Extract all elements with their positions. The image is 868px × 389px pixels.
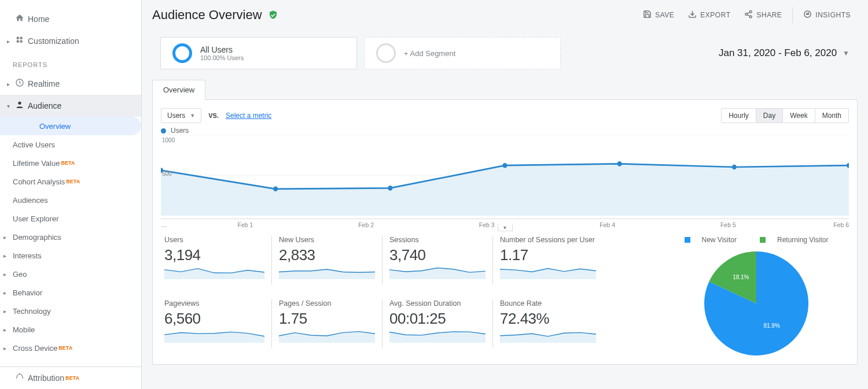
- metric-label: Pages / Session: [279, 299, 375, 308]
- chevron-right-icon: ▸: [5, 81, 12, 87]
- vs-label: VS.: [208, 112, 219, 119]
- y-tick: 500: [162, 171, 172, 177]
- svg-point-16: [273, 186, 278, 191]
- sidebar-label: Home: [28, 14, 49, 24]
- metric-tile-sessions[interactable]: Sessions3,740: [382, 236, 489, 284]
- pie-slice-label: 81.9%: [763, 323, 779, 329]
- chevron-right-icon: ▸: [3, 345, 6, 351]
- sidebar-subitem-overview[interactable]: Overview: [0, 117, 141, 135]
- metric-dropdown[interactable]: Users ▼: [161, 108, 201, 123]
- svg-point-17: [388, 186, 392, 191]
- chevron-down-icon: ▾: [5, 103, 12, 109]
- pie-legend-new: New Visitor: [679, 236, 742, 244]
- insights-action[interactable]: INSIGHTS: [796, 10, 858, 20]
- action-label: SAVE: [655, 11, 674, 19]
- metric-tile-number-of-sessions-per-user[interactable]: Number of Sessions per User1.17: [492, 236, 599, 284]
- sidebar-subitem-label: Lifetime Value: [13, 159, 60, 168]
- metric-tile-pages-session[interactable]: Pages / Session1.75: [271, 299, 378, 348]
- svg-rect-0: [17, 37, 19, 39]
- sidebar-item-attribution[interactable]: Attribution BETA: [0, 367, 141, 389]
- chevron-right-icon: ▸: [3, 327, 6, 333]
- sidebar-subitem-behavior[interactable]: ▸Behavior: [0, 283, 141, 302]
- sidebar-item-realtime[interactable]: ▸ Realtime: [0, 73, 141, 95]
- tab-overview[interactable]: Overview: [152, 80, 205, 100]
- segment-title: All Users: [200, 45, 244, 54]
- x-tick: Feb 5: [668, 219, 789, 229]
- metric-tile-avg-session-duration[interactable]: Avg. Session Duration00:01:25: [382, 299, 489, 348]
- sidebar-subitem-audiences[interactable]: Audiences: [0, 191, 141, 209]
- sidebar: Home ▸ Customization REPORTS ▸ Realtime …: [0, 0, 142, 389]
- chevron-right-icon: ▸: [3, 234, 6, 240]
- square-icon: [685, 237, 690, 243]
- metric-tile-pageviews[interactable]: Pageviews6,560: [161, 299, 268, 348]
- sidebar-item-customization[interactable]: ▸ Customization: [0, 30, 141, 52]
- sidebar-subitem-demographics[interactable]: ▸Demographics: [0, 228, 141, 246]
- save-icon: [643, 10, 652, 20]
- sidebar-subitem-active-users[interactable]: Active Users: [0, 135, 141, 154]
- svg-point-9: [750, 16, 752, 18]
- customize-icon: [12, 36, 28, 46]
- sidebar-subitem-interests[interactable]: ▸Interests: [0, 246, 141, 265]
- share-action[interactable]: SHARE: [737, 10, 789, 20]
- sidebar-subitem-cohort-analysis[interactable]: Cohort AnalysisBETA: [0, 172, 141, 191]
- save-action[interactable]: SAVE: [636, 10, 681, 20]
- sidebar-subitem-label: Cross Device: [13, 344, 57, 353]
- beta-badge: BETA: [58, 345, 72, 351]
- sidebar-subitem-mobile[interactable]: ▸Mobile: [0, 320, 141, 339]
- pie-legend-label: New Visitor: [702, 236, 737, 244]
- export-action[interactable]: EXPORT: [681, 10, 737, 20]
- x-tick: Feb 6: [789, 219, 849, 229]
- clock-icon: [12, 78, 28, 90]
- svg-line-11: [748, 14, 750, 16]
- date-range-picker[interactable]: Jan 31, 2020 - Feb 6, 2020 ▼: [719, 47, 849, 59]
- granularity-toggle: HourlyDayWeekMonth: [721, 108, 849, 123]
- granularity-day[interactable]: Day: [756, 109, 782, 123]
- metric-tile-new-users[interactable]: New Users2,833: [271, 236, 378, 284]
- metric-tile-users[interactable]: Users3,194: [161, 236, 268, 284]
- svg-point-20: [732, 165, 737, 170]
- sidebar-subitem-label: Interests: [13, 251, 42, 260]
- sidebar-subitem-lifetime-value[interactable]: Lifetime ValueBETA: [0, 154, 141, 172]
- add-segment-label: + Add Segment: [404, 49, 455, 58]
- sidebar-subitem-user-explorer[interactable]: User Explorer: [0, 209, 141, 228]
- metric-value: 3,740: [389, 246, 486, 264]
- person-icon: [12, 100, 28, 112]
- select-metric-link[interactable]: Select a metric: [226, 112, 271, 120]
- sidebar-subitem-label: Demographics: [13, 233, 61, 242]
- metric-tile-bounce-rate[interactable]: Bounce Rate72.43%: [492, 299, 599, 348]
- add-segment-button[interactable]: + Add Segment: [364, 37, 561, 69]
- metric-label: Number of Sessions per User: [500, 236, 596, 244]
- pie-legend-label: Returning Visitor: [777, 236, 829, 244]
- chart-series-label: Users: [171, 127, 189, 135]
- chevron-right-icon: ▸: [3, 290, 6, 296]
- sidebar-item-home[interactable]: Home: [0, 8, 141, 30]
- granularity-week[interactable]: Week: [782, 109, 814, 123]
- chevron-right-icon: ▸: [3, 253, 6, 259]
- sidebar-label: Customization: [28, 36, 79, 46]
- chart-dropdown-handle[interactable]: ▾: [498, 223, 513, 231]
- svg-rect-3: [20, 40, 23, 43]
- sidebar-item-audience[interactable]: ▾ Audience: [0, 95, 141, 117]
- page-title: Audience Overview: [152, 8, 262, 23]
- sidebar-subitem-label: Audiences: [13, 196, 48, 205]
- date-range-text: Jan 31, 2020 - Feb 6, 2020: [719, 47, 837, 59]
- beta-badge: BETA: [65, 375, 79, 381]
- metric-value: 3,194: [164, 246, 264, 264]
- sidebar-subitem-label: Behavior: [13, 288, 42, 297]
- sidebar-subitem-cross-device[interactable]: ▸Cross DeviceBETA: [0, 339, 141, 357]
- segment-all-users[interactable]: All Users 100.00% Users: [160, 37, 357, 69]
- sidebar-subitem-technology[interactable]: ▸Technology: [0, 302, 141, 320]
- metric-value: 72.43%: [500, 310, 596, 328]
- x-tick: Feb 3: [426, 219, 547, 229]
- x-tick: Feb 4: [547, 219, 668, 229]
- sidebar-subitem-label: Overview: [39, 122, 71, 131]
- chart-toolbar: Users ▼ VS. Select a metric HourlyDayWee…: [153, 100, 857, 127]
- granularity-hourly[interactable]: Hourly: [722, 109, 756, 123]
- insights-icon: [803, 10, 812, 20]
- metric-label: Users: [164, 236, 264, 244]
- beta-badge: BETA: [66, 179, 80, 184]
- svg-rect-2: [17, 40, 19, 43]
- granularity-month[interactable]: Month: [815, 109, 848, 123]
- sidebar-subitem-geo[interactable]: ▸Geo: [0, 265, 141, 283]
- beta-badge: BETA: [61, 160, 75, 166]
